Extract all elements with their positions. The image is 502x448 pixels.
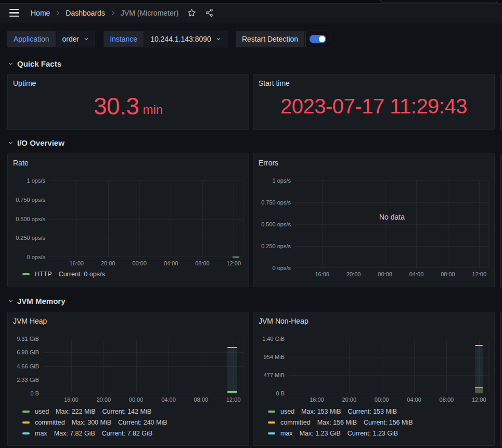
panel-start-time: Start time 2023-07-17 11:29:43 [253,74,495,130]
restart-detection-label: Restart Detection [236,31,304,47]
gridline [295,246,489,247]
x-tick-label: 16:00 [315,271,329,277]
panel-title[interactable]: Start time [259,79,489,88]
x-tick-label: 12:00 [227,260,241,266]
series-used [227,392,237,393]
x-tick-label: 16:00 [69,260,84,266]
series-fill-max [475,345,483,393]
legend-item: committedMax: 300 MiBCurrent: 240 MiB [22,417,243,428]
plot-area[interactable] [43,339,243,393]
start-time-value: 2023-07-17 11:29:43 [259,88,489,129]
x-tick-label: 20:00 [342,396,357,403]
legend-color-marker [268,421,275,424]
panel-errors: Errors 1 ops/s0.750 ops/s0.500 ops/s0.25… [253,153,495,287]
x-tick-label: 08:00 [195,260,210,266]
breadcrumb-current-dashboard: JVM (Micrometer) [121,9,178,17]
legend-stat: Current: 153 MiB [348,408,397,415]
legend-color-marker [22,411,30,413]
y-tick-label: 1 ops/s [273,177,291,184]
y-tick-label: 2.33 GiB [17,377,39,383]
x-tick-label: 20:00 [97,396,111,403]
x-tick-label: 04:00 [164,260,178,266]
application-variable-value: order [62,35,80,43]
menu-toggle-button[interactable] [9,8,19,18]
application-variable-select[interactable]: order [57,31,96,47]
gridline [49,219,243,220]
y-tick-label: 477 MiB [264,372,285,378]
chevron-down-icon [7,298,14,304]
gridline [136,339,137,393]
legend-color-marker [22,421,30,424]
application-variable-label: Application [7,31,56,47]
legend-label[interactable]: committed [35,419,65,426]
legend-stat: Max: 156 MiB [317,419,357,426]
panel-title[interactable]: Rate [13,158,243,168]
section-io-overview[interactable]: I/O Overview [7,137,495,148]
panel-title[interactable]: Uptime [13,79,243,88]
favorite-star-icon[interactable] [187,8,196,17]
y-tick-label: 0 ops/s [27,254,45,260]
y-tick-label: 0.750 ops/s [261,199,291,206]
share-icon[interactable] [205,8,214,17]
jvm-non-heap-chart: 1.40 GiB954 MiB477 MiB0 B 16:0020:0000:0… [259,339,489,403]
chevron-down-icon [215,36,222,42]
y-tick-label: 1.40 GiB [262,336,285,342]
legend-item: committedMax: 156 MiBCurrent: 156 MiB [268,417,489,428]
y-axis: 1 ops/s0.750 ops/s0.500 ops/s0.250 ops/s… [259,181,295,268]
panel-title[interactable]: JVM Non-Heap [259,316,489,326]
section-title: JVM Memory [17,297,66,305]
legend-label[interactable]: used [280,408,294,415]
x-tick-label: 16:00 [64,396,79,403]
legend-label[interactable]: committed [280,419,311,426]
restart-detection-toggle[interactable] [305,31,330,47]
dashboard-content: Application order Instance 10.244.1.143:… [0,31,502,446]
series-max [475,345,483,346]
legend-item: maxMax: 7.82 GiBCurrent: 7.82 GiB [22,428,243,439]
y-tick-label: 0.250 ops/s [16,235,45,241]
toggle-knob [319,36,325,42]
cutoff-search-box [380,0,498,3]
section-jvm-memory[interactable]: JVM Memory [7,295,495,306]
gridline [354,181,354,268]
x-tick-label: 00:00 [375,396,389,403]
legend-label[interactable]: HTTP [35,271,52,278]
plot-area[interactable]: No data [295,181,489,268]
x-tick-label: 04:00 [409,271,424,277]
gridline [139,181,140,257]
y-tick-label: 0.750 ops/s [16,197,45,203]
y-tick-label: 0.500 ops/s [261,221,291,227]
legend-label[interactable]: max [280,430,293,437]
gridline [349,339,350,393]
legend-stat: Current: 240 MiB [118,419,167,426]
plot-area[interactable] [289,339,489,393]
y-tick-label: 1 ops/s [27,177,45,184]
x-tick-label: 04:00 [407,396,421,403]
breadcrumb-home[interactable]: Home [31,9,50,17]
instance-variable-select[interactable]: 10.244.1.143:8090 [145,31,227,47]
jvm-memory-row: JVM Heap 9.31 GiB6.98 GiB4.66 GiB2.33 Gi… [7,312,495,446]
legend-label[interactable]: max [35,430,47,437]
panel-jvm-heap: JVM Heap 9.31 GiB6.98 GiB4.66 GiB2.33 Gi… [7,312,249,446]
variable-restart-detection: Restart Detection [236,31,330,47]
gridline [289,339,489,339]
y-axis: 1 ops/s0.750 ops/s0.500 ops/s0.250 ops/s… [13,181,49,257]
panel-title[interactable]: JVM Heap [13,316,243,326]
uptime-unit: min [143,95,163,117]
panel-title[interactable]: Errors [259,158,489,168]
variable-instance: Instance 10.244.1.143:8090 [104,31,227,47]
chart-legend: usedMax: 153 MiBCurrent: 153 MiBcommitte… [259,406,489,439]
gridline [43,366,243,367]
gridline [322,181,323,268]
x-tick-label: 12:00 [226,396,241,403]
instance-variable-value: 10.244.1.143:8090 [150,35,211,43]
section-quick-facts[interactable]: Quick Facts [7,58,495,69]
breadcrumb-dashboards[interactable]: Dashboards [66,9,105,17]
legend-label[interactable]: used [35,408,49,415]
gridline [43,380,243,380]
gridline [71,339,72,393]
x-axis: 16:0020:0000:0004:0008:0012:00 [295,268,489,278]
plot-area[interactable] [49,181,243,257]
instance-variable-label: Instance [104,31,144,47]
series-max [227,347,237,348]
panel-uptime: Uptime 30.3 min [7,74,249,130]
